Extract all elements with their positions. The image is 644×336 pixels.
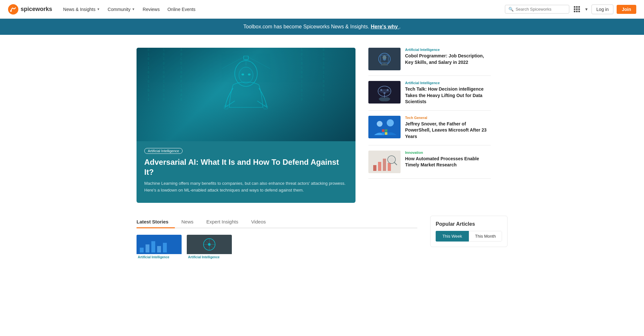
sidebar-thumb-3 xyxy=(368,116,401,138)
preview-card-2-category: Artificial Intelligence xyxy=(187,254,232,260)
tabs-main: Latest Stories News Expert Insights Vide… xyxy=(137,216,417,267)
sidebar-article-2-meta: Artificial Intelligence Tech Talk: How D… xyxy=(405,81,491,105)
svg-point-3 xyxy=(239,67,253,83)
hero-body: Artificial Intelligence Adversarial AI: … xyxy=(137,141,355,203)
svg-point-27 xyxy=(387,119,394,126)
tab-latest-stories[interactable]: Latest Stories xyxy=(137,216,175,228)
svg-rect-42 xyxy=(146,244,149,252)
svg-line-8 xyxy=(222,56,246,69)
preview-card-1-category: Artificial Intelligence xyxy=(137,254,182,260)
svg-point-4 xyxy=(242,74,244,75)
svg-rect-6 xyxy=(224,106,228,109)
announcement-banner: Toolbox.com has become Spiceworks News &… xyxy=(0,19,644,35)
nav-news-insights[interactable]: News & Insights ▼ xyxy=(60,5,103,14)
hero-image: 010110101011 101010011010 ABCD10EF10AB 1… xyxy=(137,48,355,141)
svg-point-26 xyxy=(377,121,383,127)
svg-point-0 xyxy=(8,4,18,15)
svg-rect-41 xyxy=(140,248,144,252)
svg-rect-30 xyxy=(382,132,384,135)
svg-rect-43 xyxy=(151,241,155,252)
hero-category-badge: Artificial Intelligence xyxy=(144,148,183,154)
search-box[interactable]: 🔍 xyxy=(505,5,569,14)
popular-tab-this-week[interactable]: This Week xyxy=(436,231,469,242)
tab-expert-insights[interactable]: Expert Insights xyxy=(200,216,245,228)
tab-videos[interactable]: Videos xyxy=(245,216,272,228)
login-button[interactable]: Log in xyxy=(592,5,613,14)
svg-point-16 xyxy=(383,55,386,59)
nav-reviews[interactable]: Reviews xyxy=(139,5,163,14)
join-button[interactable]: Join xyxy=(617,5,636,14)
sidebar-category-3: Tech General xyxy=(405,116,491,120)
logo-icon xyxy=(8,4,19,15)
logo-link[interactable]: spiceworks xyxy=(8,4,52,15)
svg-point-50 xyxy=(208,243,211,246)
sidebar-category-2: Artificial Intelligence xyxy=(405,81,491,85)
svg-rect-36 xyxy=(388,163,391,171)
apps-grid-icon[interactable] xyxy=(573,5,581,14)
sidebar-article-4[interactable]: Innovation How Automated Processes Enabl… xyxy=(368,145,491,179)
popular-card: Popular Articles This Week This Month xyxy=(430,216,507,247)
sidebar-article-2[interactable]: Artificial Intelligence Tech Talk: How D… xyxy=(368,76,491,111)
popular-articles-title: Popular Articles xyxy=(436,221,502,227)
chevron-down-icon: ▼ xyxy=(97,7,100,11)
search-icon: 🔍 xyxy=(508,7,514,12)
sidebar-article-1-meta: Artificial Intelligence Cobol Programmer… xyxy=(405,48,491,70)
svg-rect-29 xyxy=(385,129,387,132)
logo-text: spiceworks xyxy=(21,6,52,13)
banner-text: Toolbox.com has become Spiceworks News &… xyxy=(243,24,369,29)
navbar: spiceworks News & Insights ▼ Community ▼… xyxy=(0,0,644,19)
preview-card-1[interactable]: Artificial Intelligence xyxy=(137,235,182,267)
navbar-right: 🔍 ▼ Log in Join xyxy=(505,5,636,14)
preview-card-2-image xyxy=(187,235,232,254)
svg-rect-28 xyxy=(382,129,384,132)
svg-rect-44 xyxy=(157,246,161,252)
tabs-nav: Latest Stories News Expert Insights Vide… xyxy=(137,216,417,228)
svg-point-38 xyxy=(389,157,394,162)
sidebar-thumb-2 xyxy=(368,81,401,104)
sidebar-thumb-1 xyxy=(368,48,401,70)
sidebar-title-4: How Automated Processes Enable Timely Ma… xyxy=(405,156,491,168)
preview-card-2[interactable]: Artificial Intelligence xyxy=(187,235,232,267)
banner-link[interactable]: Here's why xyxy=(371,24,399,29)
hero-excerpt: Machine Learning offers many benefits to… xyxy=(144,180,348,194)
sidebar-thumb-4 xyxy=(368,151,401,173)
svg-rect-45 xyxy=(163,243,167,252)
chevron-down-icon: ▼ xyxy=(132,7,135,11)
tabs-section: Latest Stories News Expert Insights Vide… xyxy=(129,216,515,267)
svg-rect-33 xyxy=(373,165,376,171)
sidebar-title-3: Jeffrey Snover, the Father of PowerShell… xyxy=(405,121,491,140)
sidebar-category-4: Innovation xyxy=(405,151,491,154)
hero-card[interactable]: 010110101011 101010011010 ABCD10EF10AB 1… xyxy=(137,48,355,203)
tab-news[interactable]: News xyxy=(175,216,200,228)
main-content: 010110101011 101010011010 ABCD10EF10AB 1… xyxy=(129,48,515,203)
sidebar-title-2: Tech Talk: How Decision intelligence Tak… xyxy=(405,86,491,105)
chevron-down-icon[interactable]: ▼ xyxy=(584,7,588,12)
sidebar-category-1: Artificial Intelligence xyxy=(405,48,491,52)
hero-section: 010110101011 101010011010 ABCD10EF10AB 1… xyxy=(137,48,355,203)
popular-tabs: This Week This Month xyxy=(436,231,502,242)
popular-sidebar: Popular Articles This Week This Month xyxy=(430,216,507,267)
preview-card-1-image xyxy=(137,235,182,254)
svg-rect-35 xyxy=(383,159,386,171)
sidebar-article-1[interactable]: Artificial Intelligence Cobol Programmer… xyxy=(368,48,491,76)
svg-rect-34 xyxy=(378,162,381,171)
nav-community[interactable]: Community ▼ xyxy=(104,5,138,14)
hero-title: Adversarial AI: What It Is and How To De… xyxy=(144,157,348,177)
svg-point-5 xyxy=(248,74,251,75)
sidebar-article-3-meta: Tech General Jeffrey Snover, the Father … xyxy=(405,116,491,140)
hacker-illustration xyxy=(220,56,272,133)
nav-online-events[interactable]: Online Events xyxy=(164,5,199,14)
sidebar-title-1: Cobol Programmer: Job Description, Key S… xyxy=(405,53,491,65)
sidebar-article-3[interactable]: Tech General Jeffrey Snover, the Father … xyxy=(368,111,491,145)
svg-line-9 xyxy=(246,56,270,69)
preview-cards: Artificial Intelligence Artificial Intel… xyxy=(137,235,417,267)
svg-rect-31 xyxy=(385,132,387,135)
search-input[interactable] xyxy=(516,7,566,12)
svg-point-1 xyxy=(10,10,12,12)
main-nav: News & Insights ▼ Community ▼ Reviews On… xyxy=(60,5,505,14)
popular-tab-this-month[interactable]: This Month xyxy=(469,231,502,242)
sidebar-articles: Artificial Intelligence Cobol Programmer… xyxy=(368,48,491,203)
sidebar-article-4-meta: Innovation How Automated Processes Enabl… xyxy=(405,151,491,173)
